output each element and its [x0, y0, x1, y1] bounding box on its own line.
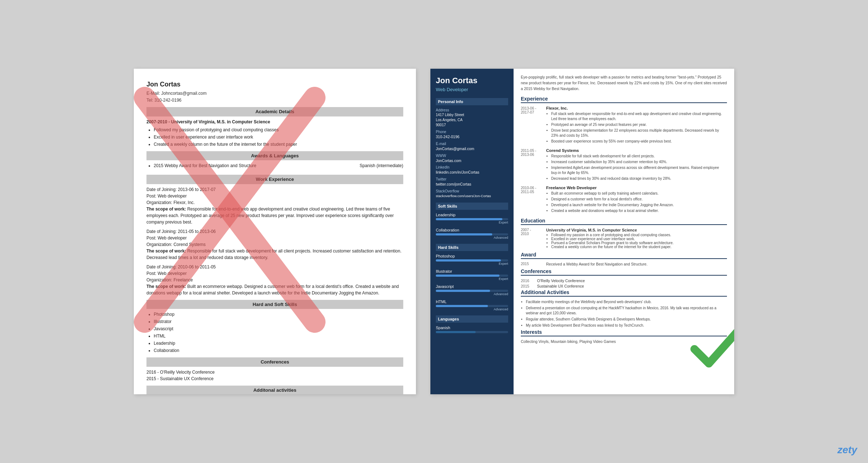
hard-skill-javascript-fill [436, 290, 490, 292]
exp-bullet-3-2: Designed a customer web form for a local… [551, 197, 727, 202]
left-phone-address: Tel: 310-242-0196 [146, 97, 403, 103]
exp-entry-3: 2010-06 - 2011-05 Freelance Web Develope… [521, 186, 727, 214]
address-label: Address [436, 108, 508, 112]
exp-dates-3: 2010-06 - 2011-05 [521, 186, 546, 214]
exp-bullet-2-2: Increased customer satisfaction by 35% a… [551, 160, 727, 165]
email-label: E-mail [436, 142, 508, 146]
work-entry-2: Date of Joining: 2011-05 to 2013-06 Post… [146, 228, 403, 261]
phone-value: 310-242-0196 [436, 134, 508, 140]
conf-year-1: 2016 [521, 279, 533, 283]
twitter-value: twitter.com/jonCortas [436, 182, 508, 187]
left-phone: Tel: 310-242-0196 [146, 98, 182, 103]
exp-content-2: Corend Systems Responsible for full stac… [546, 148, 727, 182]
work-entry-1: Date of Joining: 2013-06 to 2017-07 Post… [146, 186, 403, 225]
activities-header: Additonal activities [146, 386, 403, 395]
exp-dates-1: 2013-06 - 2017-07 [521, 106, 546, 145]
conferences-title: Conferences [521, 268, 727, 276]
soft-skills-title: Soft Skills [436, 203, 508, 210]
soft-skill-leadership-fill [436, 218, 502, 220]
left-email: E-Mail: Johncortas@gmail.com [146, 90, 403, 97]
exp-bullet-1-3: Drove best practice implementation for 2… [551, 128, 727, 138]
www-value: JonCortas.com [436, 158, 508, 163]
edu-school-1: University of Virginia, M.S. in Computer… [546, 228, 674, 232]
skill-photoshop: Photoshop [154, 311, 403, 318]
work-joining-1: Date of Joining: 2013-06 to 2017-07 [146, 186, 403, 193]
left-name: Jon Cortas [146, 80, 403, 89]
award-list: 2015 Webby Award for Best Navigation and… [154, 162, 256, 170]
hard-skill-photoshop-bg [436, 259, 508, 262]
work-org-1: Organization: Flexor, Inc. [146, 199, 403, 206]
zety-brand: zety [838, 444, 857, 456]
exp-bullets-1: Full stack web developer responsible for… [551, 111, 727, 144]
award-title: Award [521, 252, 727, 259]
conf-name-1: O'Reilly Velocity Conference [537, 279, 585, 283]
hard-skill-illustrator: Illustrator Expert [436, 269, 508, 281]
work-post-3: Post: Web developer [146, 270, 403, 277]
exp-company-3: Freelance Web Developer [546, 186, 727, 190]
awards-row: 2015 Webby Award for Best Navigation and… [146, 162, 403, 171]
edu-bullets-1: Followed my passion in a core of prototy… [551, 233, 674, 249]
awards-header: Awards & Languages [146, 151, 403, 161]
stackoverflow-value: stackoverflow.com/users/Jon-Cortas [436, 194, 508, 198]
skill-leadership: Leadership [154, 340, 403, 347]
www-label: WWW [436, 154, 508, 158]
experience-title: Experience [521, 96, 727, 103]
academic-bullets: Followed my passion of prototyping and c… [154, 127, 403, 148]
soft-skill-leadership-name: Leadership [436, 213, 508, 217]
skill-javascript: Javascript [154, 326, 403, 332]
green-check-overlay [689, 322, 734, 376]
right-title: Web Developer [436, 87, 508, 92]
academic-bullet-3: Created a weekly column on the future of… [154, 141, 403, 148]
hard-skill-illustrator-bg [436, 275, 508, 277]
hard-skill-illustrator-fill [436, 275, 499, 277]
exp-bullet-2-1: Responsible for full stack web developme… [551, 154, 727, 159]
twitter-label: Twitter [436, 177, 508, 181]
exp-bullet-1-4: Boosted user experience scores by 55% ov… [551, 139, 727, 144]
edu-bullet-1-1: Followed my passion in a core of prototy… [551, 233, 674, 237]
hard-skill-photoshop-fill [436, 259, 501, 262]
address-value: 1417 Libby Street Los Angeles, CA 90017 [436, 112, 508, 128]
edu-content-1: University of Virginia, M.S. in Computer… [546, 228, 674, 249]
work-scope-1: The scope of work: Responsible for end-t… [146, 206, 403, 225]
conf-entry-2: 2015 Sustainable UX Conference [521, 284, 727, 288]
exp-dates-2: 2011-05 - 2013-06 [521, 148, 546, 182]
skills-header: Hard and Soft Skills [146, 300, 403, 309]
hard-skill-photoshop: Photoshop Expert [436, 254, 508, 266]
hard-skill-html-label: Advanced [436, 307, 508, 311]
award-year: 2015 [521, 262, 546, 266]
exp-content-3: Freelance Web Developer Built an ecommer… [546, 186, 727, 214]
edu-entry-1: 2007 - 2010 University of Virginia, M.S.… [521, 228, 727, 249]
edu-bullet-1-4: Created a weekly column on the future of… [551, 245, 674, 249]
work-joining-2: Date of Joining: 2011-05 to 2013-06 [146, 228, 403, 235]
soft-skill-leadership: Leadership Expert [436, 213, 508, 224]
exp-bullet-3-3: Developed a launch website for the Indie… [551, 203, 727, 208]
award-item: 2015 Webby Award for Best Navigation and… [154, 162, 256, 169]
work-org-2: Organization: Corend Systems [146, 241, 403, 248]
academic-bullet-2: Excelled in user experience and user int… [154, 134, 403, 140]
skills-list: Photoshop Illustrator Javascript HTML Le… [154, 311, 403, 354]
hard-skill-illustrator-label: Expert [436, 277, 508, 281]
activity-3-right: Regular attendee, Southern California We… [526, 317, 727, 322]
work-post-2: Post: Web developer [146, 235, 403, 241]
conf-2: 2015 - Sustainable UX Conference [146, 375, 403, 382]
hard-skill-photoshop-name: Photoshop [436, 254, 508, 258]
conf-header: Conferences [146, 357, 403, 367]
hard-skill-javascript: Javascript Advanced [436, 284, 508, 296]
activity-2-right: Delivered a presentation on cloud comput… [526, 306, 727, 316]
languages-title: Languages [436, 315, 508, 323]
activities-title: Additional Activities [521, 289, 727, 297]
exp-bullet-1-2: Prototyped an average of 25 new product … [551, 122, 727, 127]
exp-company-2: Corend Systems [546, 148, 727, 153]
linkedin-label: LinkedIn [436, 165, 508, 169]
hard-skill-html-bg [436, 305, 508, 307]
lang-spanish: Spanish [436, 326, 508, 333]
academic-entry: 2007-2010 - University of Virginia, M.S.… [146, 119, 403, 125]
personal-info-title: Personal Info [436, 98, 508, 105]
summary-text: Eye-poppingly prolific, full stack web d… [521, 75, 727, 92]
work-joining-3: Date of Joining: 2010-06 to 2011-05 [146, 264, 403, 270]
exp-bullet-3-4: Created a website and donations webapp f… [551, 208, 727, 213]
exp-entry-1: 2013-06 - 2017-07 Flexor, Inc. Full stac… [521, 106, 727, 145]
edu-dates-1: 2007 - 2010 [521, 228, 546, 249]
right-sidebar: Jon Cortas Web Developer Personal Info A… [430, 69, 514, 394]
soft-skill-collaboration-bg [436, 233, 508, 235]
